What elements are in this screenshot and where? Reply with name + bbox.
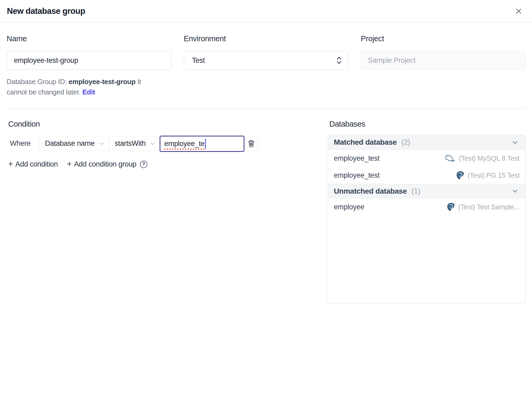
databases-panel: Matched database (2) employee_test (Test… xyxy=(328,135,526,304)
database-group-header[interactable]: Matched database (2) xyxy=(328,135,525,150)
database-group: Matched database (2) employee_test (Test… xyxy=(328,135,525,184)
condition-value-input[interactable]: employee_te xyxy=(160,136,244,152)
name-label: Name xyxy=(7,34,172,43)
environment-field-group: Environment Test xyxy=(184,34,349,97)
database-group-header[interactable]: Unmatched database (1) xyxy=(328,184,525,198)
database-row: employee_test (Test) MySQL 8 Test xyxy=(328,150,525,167)
help-icon[interactable]: ? xyxy=(140,161,147,168)
edit-link[interactable]: Edit xyxy=(82,88,95,96)
project-label: Project xyxy=(361,34,526,43)
environment-label: Environment xyxy=(184,34,349,43)
condition-factor-value: Database name xyxy=(45,139,95,148)
chevron-down-icon xyxy=(511,187,519,195)
form-section: Name Database Group ID: employee-test-gr… xyxy=(0,23,532,97)
chevron-down-icon xyxy=(149,140,156,147)
main-section: Condition Where Database name startsWith xyxy=(0,109,532,304)
databases-heading: Databases xyxy=(329,120,526,128)
chevron-down-icon xyxy=(98,140,105,147)
group-id-prefix: Database Group ID: xyxy=(7,78,69,86)
trash-icon xyxy=(247,139,255,148)
group-id-hint: Database Group ID: employee-test-group I… xyxy=(7,77,143,97)
project-select: Sample Project xyxy=(361,51,526,70)
postgres-icon xyxy=(456,171,464,180)
database-group-count: (2) xyxy=(399,138,410,146)
condition-operator-value: startsWith xyxy=(115,139,146,148)
project-field-group: Project Sample Project xyxy=(361,34,526,97)
condition-section: Condition Where Database name startsWith xyxy=(7,120,315,168)
database-group-title: Matched database xyxy=(334,138,397,146)
condition-actions: + Add condition + Add condition group ? xyxy=(8,160,315,168)
add-condition-label: Add condition xyxy=(15,160,58,168)
database-group-count: (1) xyxy=(409,187,420,195)
dialog-header: New database group xyxy=(0,0,532,23)
database-group-title: Unmatched database xyxy=(334,187,407,195)
databases-section: Databases Matched database (2) employee_… xyxy=(328,120,526,304)
condition-value-text: employee_te xyxy=(164,140,205,148)
database-instance-label: (Test) PG 15 Test xyxy=(468,171,519,180)
database-name: employee_test xyxy=(334,154,380,163)
text-caret xyxy=(205,139,206,149)
group-id-value: employee-test-group xyxy=(69,78,135,86)
close-button[interactable] xyxy=(514,7,523,15)
where-label: Where xyxy=(10,139,39,148)
condition-group: Database name startsWith xyxy=(39,136,259,151)
add-condition-link[interactable]: + Add condition xyxy=(8,160,58,168)
environment-select-value: Test xyxy=(192,56,205,65)
condition-operator-select[interactable]: startsWith xyxy=(109,136,160,151)
chevron-down-icon xyxy=(511,139,519,146)
plus-icon: + xyxy=(8,160,13,168)
database-name: employee xyxy=(334,203,364,211)
plus-icon: + xyxy=(67,160,72,168)
project-select-value: Sample Project xyxy=(368,56,415,65)
database-instance-label: (Test) MySQL 8 Test xyxy=(459,154,519,163)
new-database-group-dialog: New database group Name Database Group I… xyxy=(0,0,532,304)
database-row: employee_test (Test) PG 15 Test xyxy=(328,167,525,184)
condition-heading: Condition xyxy=(8,120,315,128)
database-row: employee (Test) Test Sample... xyxy=(328,198,525,215)
condition-factor-select[interactable]: Database name xyxy=(40,136,109,151)
database-instance-label: (Test) Test Sample... xyxy=(458,203,519,211)
updown-chevron-icon xyxy=(336,56,342,65)
condition-row: Where Database name startsWith xyxy=(7,136,315,151)
delete-condition-button[interactable] xyxy=(244,136,259,151)
environment-select[interactable]: Test xyxy=(184,51,349,70)
name-field-group: Name Database Group ID: employee-test-gr… xyxy=(7,34,172,97)
dialog-title: New database group xyxy=(7,6,85,16)
mysql-icon xyxy=(444,154,455,163)
database-group: Unmatched database (1) employee (Test) T… xyxy=(328,184,525,215)
name-input[interactable] xyxy=(7,51,172,70)
add-condition-group-link[interactable]: + Add condition group xyxy=(67,160,136,168)
add-condition-group-label: Add condition group xyxy=(74,160,136,168)
postgres-icon xyxy=(447,203,455,211)
database-name: employee_test xyxy=(334,171,380,180)
close-icon xyxy=(514,7,523,15)
